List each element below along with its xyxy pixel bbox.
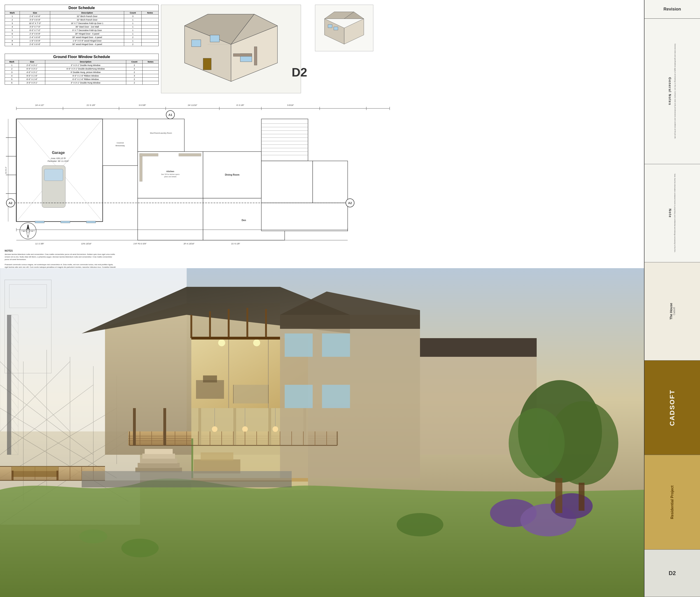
general-notes-label: General Notes	[668, 77, 672, 105]
svg-rect-18	[328, 25, 332, 28]
svg-rect-78	[261, 161, 312, 203]
svg-point-159	[273, 426, 278, 432]
revision-box: Revision	[645, 0, 700, 19]
svg-rect-162	[201, 452, 233, 461]
svg-text:Dining Room: Dining Room	[225, 174, 240, 176]
svg-text:Kitchen: Kitchen	[166, 170, 174, 173]
svg-point-155	[212, 426, 218, 432]
svg-rect-167	[322, 385, 350, 408]
door-table-cell	[142, 22, 159, 25]
win-col-notes: Notes	[143, 60, 159, 64]
door-table-row: 58'-0" X 7'-0"9' X 7' Decorative Fold-Up…	[5, 29, 159, 32]
window-table-cell: 2	[5, 67, 19, 71]
main-drawing-area: Door Schedule Mark Size Description Coun…	[0, 0, 644, 597]
svg-rect-80	[261, 203, 348, 231]
project-name: The House	[669, 303, 673, 320]
iso-view-area	[161, 5, 301, 93]
window-table-cell: 4'-0" X 3'-1"	[19, 71, 45, 74]
window-table-cell: 3" X 3'-1" Double Hung Window	[45, 81, 126, 85]
svg-rect-240	[82, 481, 292, 487]
notes-title: NOTES	[5, 250, 117, 252]
door-table-cell	[142, 25, 159, 29]
window-table-cell: 4	[126, 67, 143, 71]
door-col-mark: Mark	[5, 11, 20, 15]
window-table-cell: 9'-0" X 1'-6"	[19, 74, 45, 78]
door-col-size: Size	[20, 11, 50, 15]
svg-rect-165	[322, 334, 350, 357]
project-info-section: The House Cadsoft	[645, 262, 700, 361]
svg-text:N: N	[27, 225, 29, 228]
window-table-cell: 3	[5, 71, 19, 74]
svg-text:Perimeter: 96'-11.3/16": Perimeter: 96'-11.3/16"	[48, 160, 69, 162]
window-table-cell: 2	[126, 78, 143, 81]
svg-point-213	[509, 408, 565, 478]
svg-text:3-5 5/8": 3-5 5/8"	[139, 104, 146, 106]
svg-text:21'-5 1/8": 21'-5 1/8"	[231, 242, 240, 245]
door-table-cell: 2'-4" X 6'-8"	[20, 32, 50, 36]
svg-point-220	[79, 529, 107, 543]
window-table-row: 26'-0" X 3'-1"6'-0" X 3'-1" Double doubl…	[5, 67, 159, 71]
svg-text:W-3'4-4": W-3'4-4"	[5, 167, 7, 174]
svg-rect-222	[7, 315, 11, 455]
door-table-cell	[142, 43, 159, 46]
note-section: Note Note: that the information containe…	[645, 164, 700, 262]
project-name-label: Residential Project	[670, 486, 674, 519]
door-table-cell: 8'-0" X 7'-0"	[20, 29, 50, 32]
window-table-cell: 2	[126, 64, 143, 67]
general-notes-text: General notes and specifications apply t…	[674, 44, 676, 139]
window-table-cell: 6'-0" X 3'-1" Double doubleHung Window	[45, 67, 126, 71]
svg-rect-11	[233, 54, 252, 56]
revision-label: Revision	[664, 7, 681, 12]
door-col-notes: Notes	[142, 11, 159, 15]
svg-rect-79	[312, 161, 348, 203]
door-col-count: Count	[124, 11, 142, 15]
door-table-cell: 3	[5, 22, 20, 25]
svg-rect-170	[420, 338, 537, 357]
svg-text:11'-2 3/8": 11'-2 3/8"	[35, 242, 44, 245]
right-sidebar: Revision General Notes General notes and…	[644, 0, 700, 597]
door-table-cell: 5	[5, 29, 20, 32]
svg-rect-164	[285, 334, 312, 357]
door-schedule-title: Door Schedule	[5, 5, 159, 11]
svg-point-144	[253, 339, 260, 346]
svg-text:E: E	[31, 230, 33, 232]
svg-point-143	[218, 339, 225, 346]
note-label: Note	[668, 208, 672, 217]
sheet-number-section: D2	[645, 550, 700, 597]
window-table-cell: 9'-0" X 1'-6" Ribbon Window	[45, 74, 126, 78]
notes-paragraph-1: Aenean lacinia bibendum nulla sed consec…	[5, 253, 117, 261]
window-table-cell	[143, 81, 159, 85]
iso-small-view	[315, 5, 373, 51]
door-table-cell: 2	[124, 43, 142, 46]
door-table-cell: 1'-6" X 6'-8" wood Hinged Door	[50, 39, 124, 43]
svg-rect-239	[82, 471, 292, 481]
svg-rect-66	[138, 198, 203, 240]
window-schedule-area: Ground Floor Window Schedule Mark Size D…	[5, 54, 159, 85]
svg-text:Mud Room/Laundry Room: Mud Room/Laundry Room	[150, 132, 172, 134]
door-table-cell: 1	[5, 15, 20, 18]
svg-rect-208	[12, 466, 58, 471]
door-schedule-area: Door Schedule Mark Size Description Coun…	[5, 5, 159, 46]
door-table-cell	[142, 32, 159, 36]
window-table-cell: 6'-0" X 1'-6" Ribbon Window	[45, 78, 126, 81]
window-table-cell: 6	[5, 81, 19, 85]
svg-text:See 'D5 for kitchen specs: See 'D5 for kitchen specs	[161, 174, 180, 175]
svg-text:A2: A2	[348, 201, 352, 205]
win-col-desc: Description	[45, 60, 126, 64]
floor-plan-wrapper: 24'-4 1/2" 21'-5 1/8" 3-5 5/8" 24'-11/16…	[5, 100, 401, 254]
window-table-cell: 3	[126, 74, 143, 78]
window-table-row: 49'-0" X 1'-6"9'-0" X 1'-6" Ribbon Windo…	[5, 74, 159, 78]
svg-rect-105	[61, 221, 70, 223]
door-table-cell	[142, 29, 159, 32]
door-table-cell: 16'-0" X 7'-0"	[20, 22, 50, 25]
svg-rect-173	[140, 458, 177, 463]
window-table-cell: 1	[5, 64, 19, 67]
door-schedule-table: Mark Size Description Count Notes 12'-6"…	[5, 11, 159, 46]
door-table-cell	[142, 39, 159, 43]
svg-text:24'-4 1/2": 24'-4 1/2"	[35, 104, 44, 106]
door-table-row: 92'-6" X 6'-8"30" wood Hinged Door - 6 p…	[5, 43, 159, 46]
door-table-cell: 1	[124, 29, 142, 32]
svg-text:S: S	[27, 235, 28, 237]
door-table-cell: 6	[5, 32, 20, 36]
win-col-count: Count	[126, 60, 143, 64]
